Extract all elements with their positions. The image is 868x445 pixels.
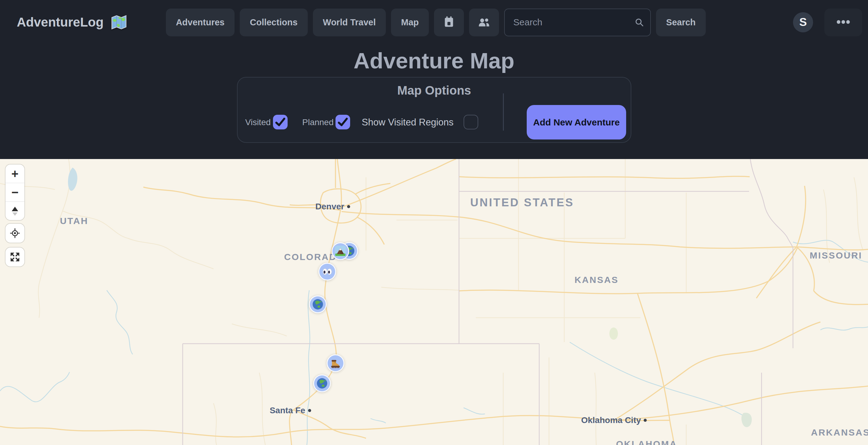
ellipsis-icon	[834, 16, 852, 29]
avatar[interactable]: S	[793, 12, 813, 32]
tilt-button[interactable]	[5, 202, 24, 220]
geolocate-icon	[9, 227, 21, 239]
add-new-adventure-button[interactable]: Add New Adventure	[527, 105, 626, 140]
visited-label: Visited	[245, 118, 271, 127]
mountain-icon	[335, 245, 346, 257]
world-map-icon	[111, 14, 127, 31]
eyes-icon	[321, 266, 333, 277]
show-visited-regions-label: Show Visited Regions	[362, 117, 454, 128]
adventure-map[interactable]: UNITED STATESUTAHCOLORADOKANSASMISSOURIA…	[0, 159, 868, 445]
show-visited-regions-checkbox[interactable]	[464, 115, 478, 129]
geolocate-button[interactable]	[5, 224, 24, 243]
nav-group: AdventuresCollectionsWorld TravelMap	[166, 8, 429, 36]
calendar-button[interactable]	[434, 8, 464, 36]
more-menu-button[interactable]	[825, 8, 862, 36]
users-button[interactable]	[469, 8, 499, 36]
map-options-title: Map Options	[238, 84, 631, 97]
calendar-icon	[442, 16, 456, 29]
fullscreen-icon	[9, 251, 21, 263]
boot-icon	[330, 357, 341, 369]
brand-label: AdventureLog	[17, 15, 104, 30]
fullscreen-control	[5, 247, 24, 266]
search-input[interactable]	[504, 8, 651, 36]
globe-icon	[316, 378, 328, 389]
nav-item-map[interactable]: Map	[391, 8, 429, 36]
brand-home-link[interactable]: AdventureLog	[17, 14, 127, 31]
planned-label: Planned	[302, 118, 334, 127]
search-button[interactable]: Search	[656, 8, 706, 36]
adventure-marker-mountain[interactable]	[332, 242, 349, 260]
nav-item-world-travel[interactable]: World Travel	[313, 8, 386, 36]
zoom-out-button[interactable]: −	[5, 183, 24, 202]
nav-item-adventures[interactable]: Adventures	[166, 8, 235, 36]
adventure-marker-globe[interactable]	[309, 295, 327, 313]
zoom-in-button[interactable]: +	[5, 165, 24, 183]
tilt-icon	[9, 205, 21, 217]
map-options-card: Map Options VisitedPlannedShow Visited R…	[237, 77, 631, 143]
map-base-roads	[0, 159, 868, 445]
options-divider	[503, 93, 504, 130]
page-title: Adventure Map	[0, 44, 868, 77]
right-group: S	[793, 8, 862, 36]
globe-icon	[312, 298, 323, 310]
adventure-marker-globe[interactable]	[313, 375, 331, 392]
planned-checkbox[interactable]	[336, 115, 350, 129]
adventure-marker-boot[interactable]	[327, 354, 344, 372]
search-area	[504, 8, 651, 36]
users-icon	[477, 16, 491, 29]
nav-item-collections[interactable]: Collections	[240, 8, 307, 36]
visited-checkbox[interactable]	[273, 115, 288, 129]
adventure-marker-eyes[interactable]	[318, 263, 336, 280]
nav-icon-group	[434, 8, 499, 36]
map-zoom-control: + −	[5, 165, 24, 220]
fullscreen-button[interactable]	[5, 247, 24, 266]
geolocate-control	[5, 224, 24, 243]
navbar: AdventureLog AdventuresCollectionsWorld …	[0, 0, 868, 44]
